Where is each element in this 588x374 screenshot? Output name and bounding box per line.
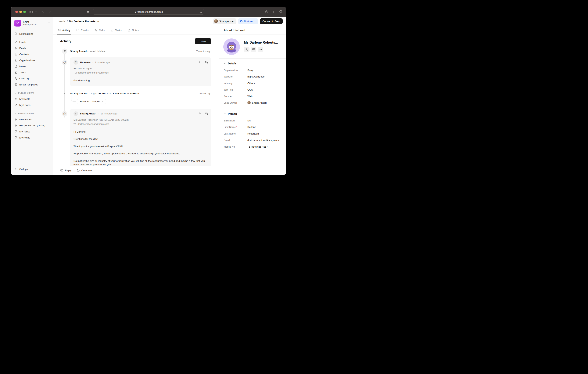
- convert-to-deal-button[interactable]: Convert to Deal: [260, 18, 283, 24]
- window-close-button[interactable]: [15, 11, 18, 13]
- tab-label: Tasks: [115, 29, 122, 32]
- field-value[interactable]: darlenerobertson@sony.com: [247, 139, 283, 141]
- sidebar-item-deals[interactable]: Deals: [13, 45, 51, 51]
- breadcrumb-parent[interactable]: Leads: [58, 20, 65, 23]
- copy-link-button[interactable]: [258, 47, 263, 52]
- sidebar-item-my-deals[interactable]: My Deals: [13, 96, 51, 102]
- sidebar-item-organizations[interactable]: Organizations: [13, 57, 51, 63]
- event-action: created this lead: [87, 50, 106, 53]
- sidebar-item-call-logs[interactable]: Call Logs: [13, 75, 51, 82]
- sidebar-item-response-due-deals[interactable]: Response Due (Deals): [13, 122, 51, 128]
- reply-all-icon[interactable]: [205, 112, 208, 115]
- email-lead-button[interactable]: [251, 47, 256, 52]
- tab-overview-icon[interactable]: [279, 10, 282, 14]
- address-bar[interactable]: frappecrm.frappe.cloud: [93, 9, 204, 15]
- field-value[interactable]: Robertson: [247, 132, 283, 135]
- lock-icon: [134, 11, 136, 13]
- users-icon: [14, 103, 17, 107]
- window-minimize-button[interactable]: [19, 11, 22, 13]
- sidebar-item-my-tasks[interactable]: My Tasks: [13, 128, 51, 135]
- field-value[interactable]: https://sony.com: [247, 75, 283, 78]
- sidebar-item-contacts[interactable]: Contacts: [13, 51, 51, 57]
- sender-name: Shariq Ansari: [80, 112, 96, 115]
- share-icon[interactable]: [265, 10, 268, 14]
- reload-icon[interactable]: [200, 11, 202, 14]
- privacy-shield-icon[interactable]: [87, 10, 89, 13]
- reply-icon[interactable]: [198, 61, 201, 64]
- email-subject: Ms Darlene Robertson (#CRM-LEAD-2023-000…: [74, 118, 208, 121]
- sidebar-item-email-templates[interactable]: Email Templates: [13, 82, 51, 87]
- email-item: @ S Shariq Ansari · 17 minutes ago: [60, 109, 211, 170]
- page-header: Leads / Ms Darlene Robertson Shariq Ansa…: [53, 17, 286, 26]
- reply-icon[interactable]: [198, 112, 201, 115]
- field-row: Mobile No +1 (480) 555-4357: [224, 143, 283, 150]
- comment-button[interactable]: Comment: [77, 169, 93, 172]
- event-status-change: Shariq Ansari changed Status from Contac…: [60, 92, 211, 95]
- status-ring-icon: [240, 20, 242, 22]
- timeline-dot-icon: [64, 93, 65, 94]
- zap-icon: [14, 97, 17, 100]
- browser-sidebar-toggle-icon[interactable]: [29, 10, 33, 14]
- reply-all-icon[interactable]: [205, 61, 208, 64]
- section-public-views[interactable]: PUBLIC VIEWS: [13, 90, 51, 96]
- browser-back-button[interactable]: [42, 10, 45, 13]
- breadcrumb-current: Ms Darlene Robertson: [69, 20, 99, 23]
- convert-label: Convert to Deal: [262, 20, 280, 23]
- sidebar-item-leads[interactable]: Leads: [13, 39, 51, 45]
- browser-titlebar: frappecrm.frappe.cloud: [11, 7, 286, 17]
- sidebar-item-label: My Notes: [19, 136, 30, 139]
- reply-button[interactable]: Reply: [60, 169, 72, 172]
- tab-calls[interactable]: Calls: [94, 26, 105, 34]
- window-zoom-button[interactable]: [23, 11, 26, 13]
- tab-tasks[interactable]: Tasks: [110, 26, 122, 34]
- tab-activity[interactable]: Activity: [58, 26, 71, 34]
- app-switcher[interactable]: CRM Shariq Ansari: [13, 19, 51, 28]
- field-value[interactable]: Darlene: [247, 126, 283, 128]
- field-value[interactable]: +1 (480) 555-4357: [247, 145, 283, 148]
- sidebar-item-my-leads[interactable]: My Leads: [13, 102, 51, 108]
- browser-forward-button[interactable]: [48, 10, 52, 13]
- activity-timeline: Shariq Ansari created this lead 7 months…: [60, 49, 211, 170]
- crm-logo-icon: [14, 20, 21, 27]
- call-lead-button[interactable]: [244, 47, 250, 52]
- field-label: First Name*: [224, 126, 247, 128]
- assignee-chip[interactable]: Shariq Ansari: [213, 18, 236, 24]
- show-all-changes-button[interactable]: Show all Changes: [77, 99, 106, 104]
- at-sign-icon: @: [62, 60, 67, 65]
- sidebar-item-notes[interactable]: Notes: [13, 63, 51, 69]
- sidebar-item-notifications[interactable]: Notifications: [13, 31, 51, 37]
- field-value[interactable]: Web: [247, 95, 283, 98]
- new-tab-icon[interactable]: [272, 10, 275, 14]
- field-row: Salutation Ms: [224, 117, 283, 124]
- bell-icon: [14, 32, 17, 35]
- sidebar-collapse-button[interactable]: Collapse: [13, 166, 51, 172]
- sidebar-toggle-chevron-icon[interactable]: [35, 11, 37, 13]
- collapse-label: Collapse: [19, 168, 29, 171]
- email-recipients: TO: darlenerobertson@sony.com: [74, 123, 208, 125]
- person-section-header[interactable]: Person: [224, 110, 283, 117]
- breadcrumb-separator: /: [67, 20, 68, 23]
- sidebar-item-tasks[interactable]: Tasks: [13, 69, 51, 75]
- email-subject: Email from Agent: [74, 67, 208, 70]
- chevron-down-icon: [207, 40, 209, 42]
- new-activity-button[interactable]: New: [195, 38, 211, 44]
- field-value-lead-owner[interactable]: Shariq Ansari: [247, 101, 283, 104]
- dot-separator: ·: [98, 112, 99, 115]
- details-section-header[interactable]: Details: [224, 60, 283, 67]
- tab-notes[interactable]: Notes: [127, 26, 139, 34]
- tab-emails[interactable]: Emails: [76, 26, 89, 34]
- field-value[interactable]: COO: [247, 88, 283, 91]
- zap-icon: [14, 118, 17, 121]
- field-value[interactable]: Others: [247, 82, 283, 85]
- field-value[interactable]: Sony: [247, 69, 283, 72]
- avatar: [247, 101, 251, 104]
- sidebar-item-label: My Tasks: [19, 130, 30, 133]
- sidebar-item-my-notes[interactable]: My Notes: [13, 135, 51, 140]
- sidebar-item-new-deals[interactable]: New Deals: [13, 116, 51, 122]
- lead-status-dropdown[interactable]: Nurture: [238, 18, 258, 24]
- section-pinned-views[interactable]: PINNED VIEWS: [13, 111, 51, 116]
- app-sidebar: CRM Shariq Ansari Notifications Leads: [11, 17, 53, 175]
- reply-label: Reply: [65, 169, 72, 172]
- sidebar-item-label: New Deals: [19, 118, 32, 121]
- field-value[interactable]: Ms: [247, 119, 283, 122]
